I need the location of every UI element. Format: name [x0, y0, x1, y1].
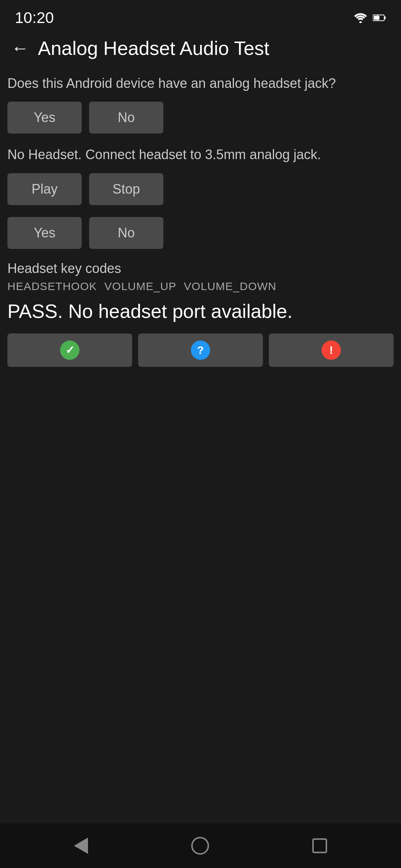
- back-nav-button[interactable]: [74, 838, 88, 854]
- page-title: Analog Headset Audio Test: [38, 37, 270, 59]
- key-codes-row: HEADSETHOOK VOLUME_UP VOLUME_DOWN: [7, 280, 394, 293]
- svg-rect-3: [374, 16, 379, 20]
- key-code-volume-down: VOLUME_DOWN: [184, 280, 276, 293]
- play-button[interactable]: Play: [7, 173, 82, 205]
- jack-question-text: Does this Android device have an analog …: [7, 74, 394, 93]
- status-bar: 10:20: [0, 0, 401, 30]
- battery-icon: [373, 13, 386, 23]
- result-action-buttons: ✓ ? !: [7, 333, 394, 367]
- info-result-button[interactable]: ?: [138, 333, 263, 367]
- info-icon: ?: [191, 341, 210, 360]
- app-bar: ← Analog Headset Audio Test: [0, 30, 401, 67]
- jack-question-section: Does this Android device have an analog …: [7, 74, 394, 134]
- fail-icon: !: [322, 341, 341, 360]
- back-button[interactable]: ←: [11, 39, 29, 57]
- recents-nav-button[interactable]: [312, 838, 327, 853]
- fail-result-button[interactable]: !: [269, 333, 394, 367]
- svg-point-0: [359, 21, 362, 23]
- pass-icon: ✓: [60, 341, 79, 360]
- status-time: 10:20: [15, 9, 54, 27]
- key-code-headsethook: HEADSETHOOK: [7, 280, 97, 293]
- svg-rect-2: [384, 16, 386, 19]
- result-question-buttons: Yes No: [7, 217, 394, 249]
- pass-message: PASS. No headset port available.: [7, 300, 394, 322]
- wifi-icon: [353, 13, 368, 23]
- jack-no-button[interactable]: No: [89, 102, 163, 134]
- headset-key-label: Headset key codes: [7, 261, 394, 276]
- headset-status-section: No Headset. Connect headset to 3.5mm ana…: [7, 145, 394, 205]
- key-code-volume-up: VOLUME_UP: [104, 280, 176, 293]
- home-nav-icon: [191, 837, 209, 855]
- content-area: Does this Android device have an analog …: [0, 67, 401, 823]
- playback-controls: Play Stop: [7, 173, 394, 205]
- jack-yes-button[interactable]: Yes: [7, 102, 82, 134]
- headset-key-section: Headset key codes HEADSETHOOK VOLUME_UP …: [7, 261, 394, 322]
- jack-question-buttons: Yes No: [7, 102, 394, 134]
- pass-result-button[interactable]: ✓: [7, 333, 132, 367]
- result-no-button[interactable]: No: [89, 217, 163, 249]
- recents-nav-icon: [312, 838, 327, 853]
- headset-status-text: No Headset. Connect headset to 3.5mm ana…: [7, 145, 394, 164]
- status-icons: [353, 13, 386, 23]
- nav-bar: [0, 823, 401, 868]
- back-nav-icon: [74, 838, 88, 854]
- home-nav-button[interactable]: [191, 837, 209, 855]
- stop-button[interactable]: Stop: [89, 173, 163, 205]
- result-yes-button[interactable]: Yes: [7, 217, 82, 249]
